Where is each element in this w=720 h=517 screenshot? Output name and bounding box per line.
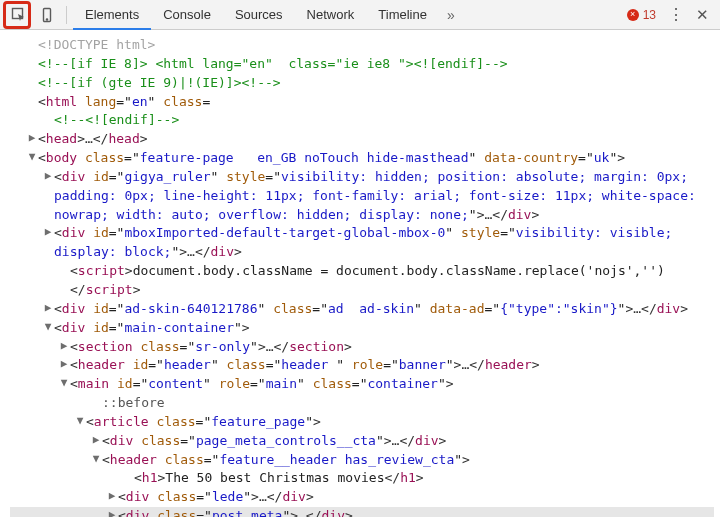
disclosure-open-icon[interactable]: ▼ [74, 413, 86, 429]
dom-node-row[interactable]: ::before [10, 394, 714, 413]
dom-node-row[interactable]: ▶<div id="gigya_ruler" style="visibility… [10, 168, 714, 225]
dom-node-row[interactable]: <!--[if (gte IE 9)|!(IE)]><!--> [10, 74, 714, 93]
dom-node-row[interactable]: ▶<div class="lede">…</div> [10, 488, 714, 507]
dom-node-code[interactable]: ::before [102, 394, 165, 413]
dom-node-row[interactable]: <script>document.body.className = docume… [10, 262, 714, 300]
dom-node-code[interactable]: <div id="mboxImported-default-target-glo… [54, 224, 710, 262]
tabs-overflow-button[interactable]: » [439, 7, 463, 23]
disclosure-open-icon[interactable]: ▼ [26, 149, 38, 165]
dom-node-row[interactable]: ▶<div class="page_meta_controls__cta">…<… [10, 432, 714, 451]
disclosure-closed-icon[interactable]: ▶ [42, 300, 54, 316]
dom-node-row[interactable]: <!--[if IE 8]> <html lang="en" class="ie… [10, 55, 714, 74]
dom-node-code[interactable]: <script>document.body.className = docume… [70, 262, 710, 300]
dom-node-code[interactable]: <article class="feature_page"> [86, 413, 321, 432]
devtools-toolbar: Elements Console Sources Network Timelin… [0, 0, 720, 30]
dom-node-row[interactable]: ▼<article class="feature_page"> [10, 413, 714, 432]
dom-node-code[interactable]: <!DOCTYPE html> [38, 36, 155, 55]
dom-node-code[interactable]: <header class="feature__header has_revie… [102, 451, 470, 470]
dom-node-code[interactable]: <div id="gigya_ruler" style="visibility:… [54, 168, 710, 225]
tab-sources[interactable]: Sources [223, 0, 295, 29]
dom-tree-panel[interactable]: <!DOCTYPE html><!--[if IE 8]> <html lang… [0, 30, 720, 517]
dom-node-row[interactable]: ▼<header class="feature__header has_revi… [10, 451, 714, 470]
dom-node-row[interactable]: <!DOCTYPE html> [10, 36, 714, 55]
dom-node-row[interactable]: <h1>The 50 best Christmas movies</h1> [10, 469, 714, 488]
disclosure-closed-icon[interactable]: ▶ [58, 356, 70, 372]
devtools-menu-button[interactable]: ⋮ [664, 5, 688, 24]
tab-console[interactable]: Console [151, 0, 223, 29]
dom-node-row[interactable]: ▶<section class="sr-only">…</section> [10, 338, 714, 357]
dom-node-code[interactable]: <!--<![endif]--> [54, 111, 179, 130]
dom-node-code[interactable]: <header id="header" class="header " role… [70, 356, 540, 375]
error-icon [627, 9, 639, 21]
dom-node-code[interactable]: <section class="sr-only">…</section> [70, 338, 352, 357]
devtools-close-button[interactable]: ✕ [690, 6, 714, 24]
dom-node-code[interactable]: <!--[if IE 8]> <html lang="en" class="ie… [38, 55, 508, 74]
dom-node-code[interactable]: <!--[if (gte IE 9)|!(IE)]><!--> [38, 74, 281, 93]
devtools-tabs: Elements Console Sources Network Timelin… [73, 0, 619, 29]
dom-node-row[interactable]: ▶<div id="ad-skin-640121786" class="ad a… [10, 300, 714, 319]
tab-timeline[interactable]: Timeline [366, 0, 439, 29]
dom-node-code[interactable]: <head>…</head> [38, 130, 148, 149]
disclosure-open-icon[interactable]: ▼ [58, 375, 70, 391]
dom-node-row[interactable]: ▶<header id="header" class="header " rol… [10, 356, 714, 375]
dom-node-row[interactable]: ▶<div id="mboxImported-default-target-gl… [10, 224, 714, 262]
disclosure-closed-icon[interactable]: ▶ [58, 338, 70, 354]
disclosure-closed-icon[interactable]: ▶ [42, 168, 54, 184]
error-count[interactable]: 13 [621, 8, 662, 22]
toolbar-separator [66, 6, 67, 24]
dom-node-row[interactable]: ▼<main id="content" role="main" class="c… [10, 375, 714, 394]
error-count-value: 13 [643, 8, 656, 22]
disclosure-closed-icon[interactable]: ▶ [26, 130, 38, 146]
disclosure-closed-icon[interactable]: ▶ [90, 432, 102, 448]
dom-node-code[interactable]: <body class="feature-page en_GB noTouch … [38, 149, 625, 168]
dom-node-row[interactable]: <!--<![endif]--> [10, 111, 714, 130]
dom-node-code[interactable]: <div id="ad-skin-640121786" class="ad ad… [54, 300, 688, 319]
tab-elements[interactable]: Elements [73, 0, 151, 29]
dom-node-code[interactable]: <html lang="en" class= [38, 93, 210, 112]
disclosure-closed-icon[interactable]: ▶ [106, 488, 118, 504]
dom-node-code[interactable]: <div id="main-container"> [54, 319, 250, 338]
dom-node-row[interactable]: ▶<head>…</head> [10, 130, 714, 149]
disclosure-open-icon[interactable]: ▼ [90, 451, 102, 467]
dom-node-row[interactable]: <html lang="en" class= [10, 93, 714, 112]
dom-node-code[interactable]: <div class="page_meta_controls__cta">…</… [102, 432, 446, 451]
svg-point-2 [46, 18, 47, 19]
dom-node-row[interactable]: ▼<div id="main-container"> [10, 319, 714, 338]
dom-node-code[interactable]: <main id="content" role="main" class="co… [70, 375, 454, 394]
inspect-element-icon[interactable] [6, 2, 32, 28]
disclosure-closed-icon[interactable]: ▶ [42, 224, 54, 240]
disclosure-open-icon[interactable]: ▼ [42, 319, 54, 335]
tab-network[interactable]: Network [295, 0, 367, 29]
dom-node-row[interactable]: ▼<body class="feature-page en_GB noTouch… [10, 149, 714, 168]
disclosure-closed-icon[interactable]: ▶ [106, 507, 118, 517]
dom-node-code[interactable]: <div class="post_meta">…</div> [118, 507, 353, 517]
dom-node-code[interactable]: <div class="lede">…</div> [118, 488, 314, 507]
dom-node-row[interactable]: ▶<div class="post_meta">…</div> [10, 507, 714, 517]
dom-node-code[interactable]: <h1>The 50 best Christmas movies</h1> [134, 469, 424, 488]
device-toggle-icon[interactable] [34, 2, 60, 28]
